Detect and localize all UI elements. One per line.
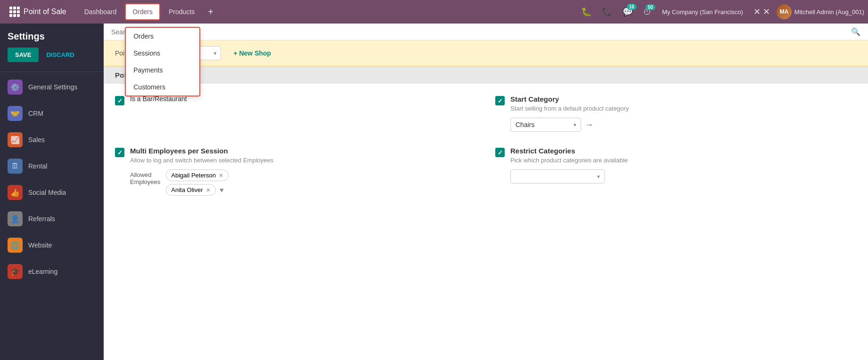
bug-icon-button[interactable]: 🐛 xyxy=(577,4,595,20)
pos-interface-section-header: PoS Interface xyxy=(104,66,868,84)
sidebar-label-elearning: eLearning xyxy=(28,268,57,275)
topnav-right-section: 🐛 📞 💬 16 ⏱ 50 My Company (San Francisco)… xyxy=(577,4,864,20)
content-area: 🔍 Point of Sale (not used) + New Shop Po… xyxy=(104,24,868,360)
start-category-desc: Start selling from a default product cat… xyxy=(510,105,629,112)
sidebar-item-rental[interactable]: 🗓 Rental xyxy=(0,153,104,179)
search-bar: 🔍 xyxy=(104,24,868,40)
dropdown-item-orders[interactable]: Orders xyxy=(126,28,199,45)
sidebar-label-social: Social Media xyxy=(28,189,66,196)
nav-plus-button[interactable]: + xyxy=(203,5,218,19)
nav-orders-wrapper: Orders Orders Sessions Payments Customer… xyxy=(125,3,160,20)
start-category-label: Start Category xyxy=(510,95,629,103)
crm-icon: 🤝 xyxy=(8,106,23,121)
start-category-content: Start Category Start selling from a defa… xyxy=(510,95,629,132)
employee-tag-abigail[interactable]: Abigail Peterson ✕ xyxy=(166,169,229,181)
row-bar-restaurant: Is a Bar/Restaurant Start Category Start… xyxy=(115,95,857,132)
sidebar-item-crm[interactable]: 🤝 CRM xyxy=(0,100,104,127)
search-input[interactable] xyxy=(111,28,851,36)
chat-icon-button[interactable]: 💬 16 xyxy=(619,4,637,20)
website-icon: 🌐 xyxy=(8,238,23,253)
restrict-cat-desc: Pick which product categories are availa… xyxy=(510,157,628,164)
employee-tag-anita[interactable]: Anita Oliver ✕ xyxy=(166,184,215,196)
nav-orders[interactable]: Orders xyxy=(125,3,160,20)
discard-button[interactable]: DISCARD xyxy=(42,48,78,62)
dropdown-item-customers[interactable]: Customers xyxy=(126,79,199,96)
sidebar-label-rental: Rental xyxy=(28,162,47,170)
sales-icon: 📈 xyxy=(8,132,23,147)
new-shop-button[interactable]: + New Shop xyxy=(229,47,276,60)
restrict-categories-select[interactable] xyxy=(510,169,605,184)
chairs-select-wrapper: Chairs xyxy=(510,118,581,132)
restrict-select-wrapper xyxy=(510,169,605,184)
restrict-cat-label: Restrict Categories xyxy=(510,147,628,155)
chairs-select[interactable]: Chairs xyxy=(510,118,581,132)
admin-name: Mitchell Admin (Aug_001) xyxy=(794,8,864,16)
start-category-field-row: Chairs → xyxy=(510,118,629,132)
nav-products[interactable]: Products xyxy=(162,4,201,19)
employee-name-anita: Anita Oliver xyxy=(171,186,203,193)
sidebar-label-sales: Sales xyxy=(28,136,45,144)
employees-dropdown-icon[interactable]: ▼ xyxy=(219,186,225,194)
remove-anita-icon[interactable]: ✕ xyxy=(206,187,211,193)
employees-tags: Abigail Peterson ✕ Anita Oliver ✕ xyxy=(166,169,229,196)
sidebar-label-website: Website xyxy=(28,241,52,249)
social-media-icon: 👍 xyxy=(8,185,23,200)
settings-icon-button[interactable]: ✕ ✕ xyxy=(750,4,774,20)
sidebar-item-website[interactable]: 🌐 Website xyxy=(0,232,104,258)
restrict-cat-checkbox[interactable] xyxy=(495,148,505,157)
phone-icon-button[interactable]: 📞 xyxy=(598,4,616,20)
orders-dropdown-menu: Orders Sessions Payments Customers xyxy=(125,27,200,96)
sidebar-item-elearning[interactable]: 🎓 eLearning xyxy=(0,258,104,285)
sidebar-label-referrals: Referrals xyxy=(28,215,55,223)
start-category-arrow-icon[interactable]: → xyxy=(585,120,593,130)
settings-content: Is a Bar/Restaurant Start Category Start… xyxy=(104,84,868,222)
multi-emp-desc: Allow to log and switch between selected… xyxy=(130,157,273,164)
col-start-category: Start Category Start selling from a defa… xyxy=(495,95,857,132)
sidebar-item-general-settings[interactable]: ⚙️ General Settings xyxy=(0,74,104,100)
remove-abigail-icon[interactable]: ✕ xyxy=(219,172,223,179)
allowed-label: AllowedEmployees xyxy=(130,169,160,185)
clock-icon-button[interactable]: ⏱ 50 xyxy=(639,4,655,20)
chat-badge: 16 xyxy=(627,4,637,10)
save-button[interactable]: SAVE xyxy=(8,48,39,62)
app-logo[interactable]: Point of Sale xyxy=(4,7,72,17)
general-settings-icon: ⚙️ xyxy=(8,80,23,95)
grid-icon xyxy=(9,7,20,17)
col-multi-employees: Multi Employees per Session Allow to log… xyxy=(115,147,476,196)
search-icon: 🔍 xyxy=(851,27,860,36)
bar-restaurant-checkbox-row: Is a Bar/Restaurant xyxy=(115,95,476,105)
sidebar-item-sales[interactable]: 📈 Sales xyxy=(0,127,104,153)
sidebar-label-crm: CRM xyxy=(28,110,43,117)
sidebar-actions: SAVE DISCARD xyxy=(0,46,104,70)
company-name: My Company (San Francisco) xyxy=(658,8,747,16)
sidebar-item-social-media[interactable]: 👍 Social Media xyxy=(0,179,104,206)
col-restrict-categories: Restrict Categories Pick which product c… xyxy=(495,147,857,196)
sidebar-label-general: General Settings xyxy=(28,83,77,91)
start-category-checkbox-row: Start Category Start selling from a defa… xyxy=(495,95,857,132)
tag-row-abigail: Abigail Peterson ✕ xyxy=(166,169,229,181)
bar-restaurant-checkbox[interactable] xyxy=(115,96,124,105)
elearning-icon: 🎓 xyxy=(8,264,23,279)
multi-emp-label: Multi Employees per Session xyxy=(130,147,273,155)
sidebar-divider xyxy=(0,72,104,72)
restrict-cat-checkbox-row: Restrict Categories Pick which product c… xyxy=(495,147,857,184)
restrict-cat-field-row xyxy=(510,169,628,184)
app-title: Point of Sale xyxy=(24,8,66,16)
dropdown-item-sessions[interactable]: Sessions xyxy=(126,45,199,62)
allowed-employees-row: AllowedEmployees Abigail Peterson ✕ xyxy=(130,169,273,196)
nav-dashboard[interactable]: Dashboard xyxy=(78,4,123,19)
dropdown-item-payments[interactable]: Payments xyxy=(126,62,199,79)
referrals-icon: 👤 xyxy=(8,211,23,226)
col-bar-restaurant: Is a Bar/Restaurant xyxy=(115,95,476,132)
top-navigation: Point of Sale Dashboard Orders Orders Se… xyxy=(0,0,868,24)
start-category-checkbox[interactable] xyxy=(495,96,505,105)
sidebar: Settings SAVE DISCARD ⚙️ General Setting… xyxy=(0,24,104,360)
clock-badge: 50 xyxy=(646,4,655,10)
employee-name-abigail: Abigail Peterson xyxy=(171,172,216,179)
avatar[interactable]: MA xyxy=(777,4,792,19)
row-multi-employees: Multi Employees per Session Allow to log… xyxy=(115,147,857,196)
rental-icon: 🗓 xyxy=(8,159,23,174)
multi-emp-checkbox[interactable] xyxy=(115,148,124,157)
sidebar-item-referrals[interactable]: 👤 Referrals xyxy=(0,206,104,232)
yellow-banner: Point of Sale (not used) + New Shop xyxy=(104,40,868,66)
